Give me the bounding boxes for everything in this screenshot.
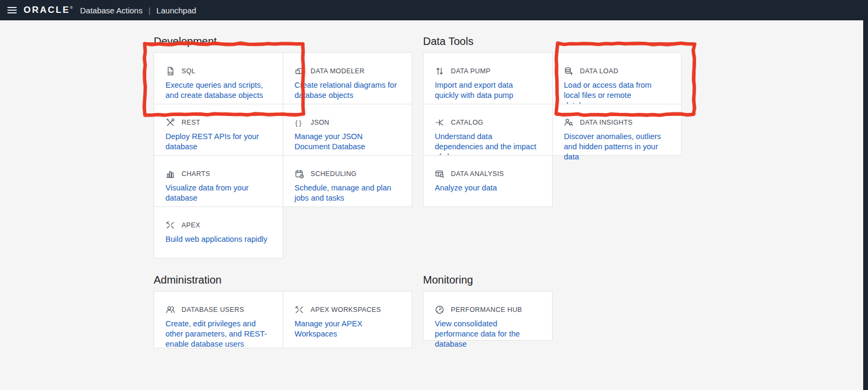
card-label: APEX (182, 221, 200, 229)
users-icon (165, 305, 175, 315)
card-data-modeler[interactable]: DATA MODELER Create relational diagrams … (283, 52, 412, 104)
card-description-link[interactable]: Discover anomalies, outliers and hidden … (564, 132, 669, 162)
title-separator: | (148, 6, 150, 15)
sql-file-icon: SQL (165, 66, 175, 76)
arrows-updown-icon (435, 66, 444, 76)
page-title: Launchpad (156, 6, 196, 15)
calendar-clock-icon (295, 169, 304, 179)
card-label: SQL (182, 67, 195, 75)
data-modeler-icon (295, 66, 304, 76)
apex-icon (165, 220, 175, 230)
card-grid: PERFORMANCE HUB View consolidated perfor… (423, 291, 553, 341)
app-header: ORACLE® Database Actions | Launchpad (0, 0, 868, 20)
card-label: DATA LOAD (580, 67, 618, 75)
card-scheduling[interactable]: SCHEDULING Schedule, manage and plan job… (283, 155, 412, 207)
card-label: DATA ANALYSIS (451, 170, 504, 178)
section-title: Monitoring (423, 273, 553, 287)
card-data-analysis[interactable]: DATA ANALYSIS Analyze your data (423, 155, 553, 207)
person-magnifier-icon (564, 118, 573, 127)
card-apex[interactable]: APEX Build web applications rapidly (154, 207, 283, 258)
svg-text:{ }: { } (296, 119, 301, 127)
card-performance-hub[interactable]: PERFORMANCE HUB View consolidated perfor… (423, 291, 553, 341)
card-description-link[interactable]: Deploy REST APIs for your database (165, 132, 271, 152)
section-development: Development SQL SQL Execute queries and … (154, 34, 412, 258)
registered-mark: ® (70, 6, 74, 10)
card-description-link[interactable]: Execute queries and scripts, and create … (165, 80, 271, 101)
section-data-tools: Data Tools DATA PUMP Import and export d… (423, 34, 682, 207)
section-administration: Administration DATABASE USERS Create, ed… (154, 273, 412, 348)
card-description-link[interactable]: Create, edit privileges and other parame… (165, 319, 271, 349)
card-data-pump[interactable]: DATA PUMP Import and export data quickly… (423, 52, 553, 104)
card-label: DATA INSIGHTS (580, 119, 633, 126)
card-grid: DATA PUMP Import and export data quickly… (423, 52, 682, 207)
card-label: DATA MODELER (311, 67, 365, 75)
card-description-link[interactable]: View consolidated performance data for t… (435, 319, 540, 349)
card-label: JSON (311, 119, 329, 126)
braces-icon: { } (295, 118, 304, 127)
card-label: APEX WORKSPACES (311, 306, 381, 313)
card-description-link[interactable]: Manage your JSON Document Database (295, 132, 400, 152)
oracle-logo: ORACLE® (24, 5, 74, 16)
card-description-link[interactable]: Visualize data from your database (165, 183, 271, 203)
section-title: Administration (154, 273, 412, 287)
card-label: CHARTS (182, 170, 210, 178)
section-title: Development (154, 34, 412, 48)
card-description-link[interactable]: Build web applications rapidly (165, 234, 271, 244)
gauge-icon (435, 305, 444, 315)
rest-tools-icon (165, 118, 175, 127)
card-charts[interactable]: CHARTS Visualize data from your database (154, 155, 283, 207)
database-up-icon (564, 66, 573, 76)
section-monitoring: Monitoring PERFORMANCE HUB View consolid… (423, 273, 553, 341)
card-apex-workspaces[interactable]: APEX WORKSPACES Manage your APEX Workspa… (283, 291, 412, 348)
card-description-link[interactable]: Schedule, manage and plan jobs and tasks (295, 183, 400, 203)
card-description-link[interactable]: Manage your APEX Workspaces (295, 319, 400, 339)
hamburger-menu-icon[interactable] (0, 7, 24, 13)
card-description-link[interactable]: Analyze your data (435, 183, 540, 193)
card-rest[interactable]: REST Deploy REST APIs for your database (154, 104, 283, 156)
card-database-users[interactable]: DATABASE USERS Create, edit privileges a… (154, 291, 283, 348)
app-title: Database Actions (80, 6, 142, 15)
card-grid: DATABASE USERS Create, edit privileges a… (154, 291, 412, 348)
table-magnifier-icon (435, 169, 444, 179)
section-title: Data Tools (423, 34, 682, 48)
apex-icon (295, 305, 304, 315)
card-label: SCHEDULING (311, 170, 357, 178)
card-label: CATALOG (451, 119, 484, 126)
svg-text:SQL: SQL (169, 72, 174, 74)
bar-chart-icon (165, 169, 175, 179)
scrollbar-track[interactable] (863, 0, 868, 390)
card-label: REST (182, 119, 200, 126)
card-data-insights[interactable]: DATA INSIGHTS Discover anomalies, outlie… (552, 104, 682, 156)
card-data-load[interactable]: DATA LOAD Load or access data from local… (552, 52, 682, 104)
card-json[interactable]: { } JSON Manage your JSON Document Datab… (283, 104, 412, 156)
card-description-link[interactable]: Create relational diagrams for database … (295, 80, 400, 101)
card-sql[interactable]: SQL SQL Execute queries and scripts, and… (154, 52, 283, 104)
card-label: DATABASE USERS (182, 306, 244, 313)
card-grid: SQL SQL Execute queries and scripts, and… (154, 52, 412, 258)
card-description-link[interactable]: Import and export data quickly with data… (435, 80, 540, 101)
card-label: DATA PUMP (451, 67, 490, 75)
card-catalog[interactable]: CATALOG Understand data dependencies and… (423, 104, 553, 156)
card-label: PERFORMANCE HUB (451, 306, 522, 313)
fork-branch-icon (435, 118, 444, 127)
